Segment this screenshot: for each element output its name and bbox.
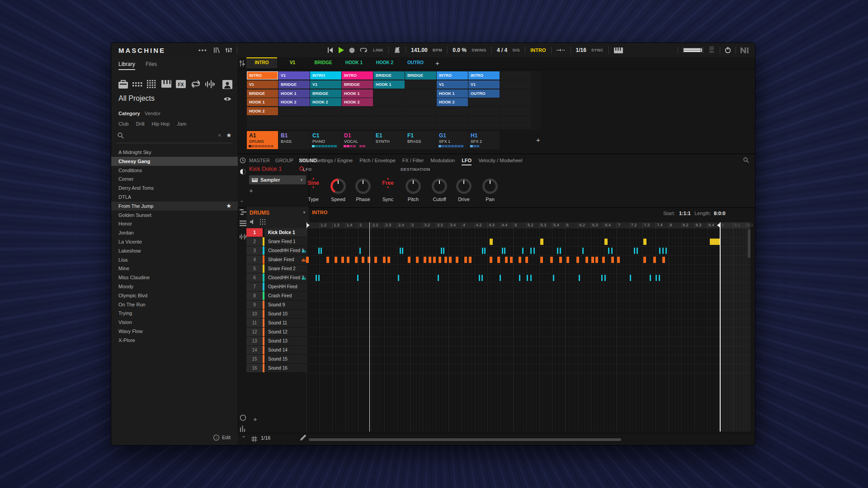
sound-number[interactable]: 16 (246, 364, 263, 373)
sound-name[interactable]: OpenHH Fired (264, 282, 307, 291)
plugin-chain-icon[interactable] (240, 169, 246, 175)
note-event[interactable] (533, 248, 535, 254)
sound-number[interactable]: 4 (246, 255, 263, 264)
sound-name[interactable]: Sound 10 (264, 310, 307, 319)
sound-number[interactable]: 6 (246, 273, 263, 282)
note-event[interactable] (530, 248, 532, 254)
pattern-cell[interactable]: HOOK 1 (278, 89, 310, 98)
note-event[interactable] (443, 248, 444, 254)
sections-icon[interactable] (240, 60, 245, 66)
start-value[interactable]: 1:1:1 (679, 211, 691, 216)
note-event[interactable] (602, 257, 605, 263)
pattern-cell[interactable]: BRIDGE (373, 71, 405, 80)
note-event[interactable] (611, 248, 613, 254)
note-event[interactable] (449, 257, 452, 263)
mute-speaker-icon[interactable] (250, 219, 256, 225)
note-event[interactable] (484, 248, 486, 254)
scene-add-button[interactable]: + (435, 59, 439, 67)
pattern-cell-empty[interactable] (310, 123, 341, 129)
info-icon[interactable]: i (213, 435, 219, 441)
pattern-cell[interactable]: HOOK 1 (247, 98, 278, 106)
note-event[interactable] (441, 248, 442, 254)
link-button[interactable]: LINK (373, 48, 383, 52)
channel-tab-group[interactable]: GROUP (275, 158, 293, 163)
project-item[interactable]: Vision (111, 318, 238, 327)
page-tab-voice-settings-engine[interactable]: Voice Settings / Engine (302, 158, 353, 165)
pattern-cell[interactable]: V1 (468, 80, 500, 89)
horizontal-scrollbar[interactable] (309, 438, 621, 441)
note-event[interactable] (665, 248, 667, 254)
scene-tab-hook2[interactable]: HOOK 2 (369, 57, 400, 68)
pattern-cell-empty[interactable] (373, 98, 405, 106)
note-event[interactable] (617, 257, 620, 263)
pattern-cell[interactable]: INTRO (310, 71, 341, 80)
pattern-cell[interactable]: INTRO (247, 71, 278, 80)
record-button[interactable] (349, 47, 355, 53)
sound-name[interactable]: Sound 9 (264, 300, 307, 310)
project-item[interactable]: Conditions (111, 166, 238, 175)
pattern-cell[interactable]: BRIDGE (247, 89, 278, 98)
collapse-control-chevron[interactable]: ⌄ (240, 197, 244, 203)
pattern-start-flag[interactable] (307, 222, 310, 228)
note-event[interactable] (357, 275, 359, 281)
pattern-cell-empty[interactable] (342, 107, 373, 115)
sound-name[interactable]: Sound 14 (264, 346, 307, 355)
note-event[interactable] (611, 257, 614, 263)
pattern-cell[interactable]: HOOK 2 (437, 98, 468, 106)
pattern-cell-empty[interactable] (500, 107, 531, 115)
note-event[interactable] (637, 248, 638, 254)
pattern-cell[interactable]: HOOK 2 (310, 98, 341, 106)
note-event[interactable] (359, 248, 361, 254)
group-dropdown-chevron[interactable]: ▼ (302, 211, 306, 215)
restart-button[interactable] (327, 47, 333, 53)
note-event[interactable] (505, 257, 508, 263)
pattern-cell-empty[interactable] (405, 107, 436, 115)
note-event[interactable] (500, 275, 501, 281)
note-event[interactable] (362, 257, 364, 263)
note-event[interactable] (326, 257, 329, 263)
project-item[interactable]: Cheesy Gang (111, 157, 238, 166)
filter-drill[interactable]: Drill (136, 121, 145, 127)
note-event[interactable] (482, 248, 483, 254)
note-event[interactable] (479, 275, 480, 281)
pattern-cell[interactable]: V1 (437, 80, 468, 89)
pattern-cell-empty[interactable] (468, 116, 500, 122)
pattern-cell-empty[interactable] (373, 123, 405, 129)
note-event[interactable] (527, 275, 528, 281)
star-icon[interactable]: ★ (226, 202, 231, 211)
pattern-cell-empty[interactable] (437, 107, 468, 115)
note-event[interactable] (306, 257, 309, 263)
sound-number[interactable]: 11 (246, 319, 263, 328)
perform-grid-icon[interactable] (557, 48, 566, 52)
note-event[interactable] (630, 275, 631, 281)
note-event[interactable] (438, 275, 439, 281)
sound-name[interactable]: ClosedHH Fired 2 (264, 273, 307, 282)
pattern-cell-empty[interactable] (500, 98, 531, 106)
project-item[interactable]: Mine (111, 264, 238, 273)
sound-name[interactable]: Snare Fired 1 (264, 237, 307, 246)
sound-number[interactable]: 8 (246, 291, 263, 300)
note-event[interactable] (439, 257, 441, 263)
loop-button[interactable] (360, 47, 368, 53)
sound-number[interactable]: 12 (246, 328, 263, 337)
note-event[interactable] (659, 275, 660, 281)
project-item[interactable]: Lakeshow (111, 246, 238, 255)
plugin-search-icon[interactable] (743, 157, 749, 163)
pattern-cell[interactable]: OUTRO (468, 89, 500, 98)
note-event[interactable] (398, 275, 399, 281)
note-event[interactable] (519, 275, 520, 281)
note-event[interactable] (656, 275, 657, 281)
metronome-button[interactable] (394, 47, 401, 53)
note-event[interactable] (653, 257, 656, 263)
note-event[interactable] (560, 248, 561, 254)
knob-phase[interactable] (355, 178, 371, 194)
pattern-cell[interactable]: HOOK 2 (278, 98, 310, 106)
scene-tab-outro[interactable]: OUTRO (400, 57, 431, 68)
pattern-cell-empty[interactable] (437, 123, 468, 129)
page-tab-modulation[interactable]: Modulation (430, 158, 455, 165)
note-event[interactable] (662, 257, 665, 263)
loop-icon[interactable] (190, 80, 200, 89)
note-event[interactable] (464, 257, 467, 263)
note-event[interactable] (643, 239, 646, 245)
project-item[interactable]: Trying (111, 309, 238, 318)
